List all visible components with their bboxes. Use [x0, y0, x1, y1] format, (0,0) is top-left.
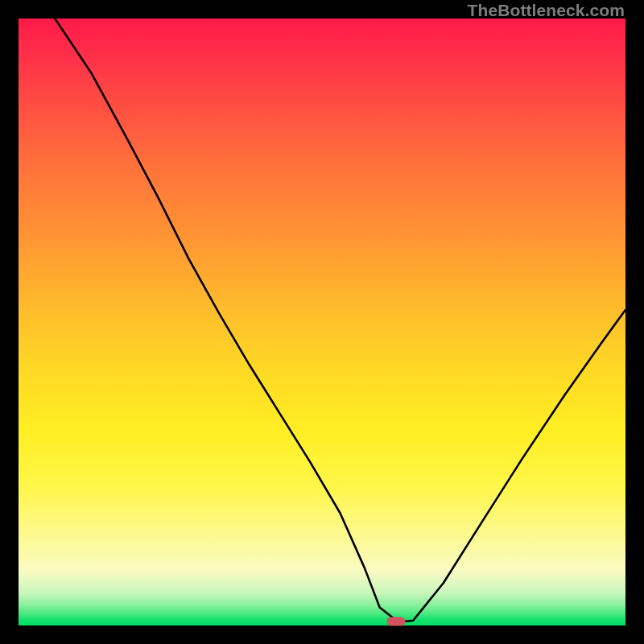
optimal-marker [386, 617, 405, 626]
chart-frame: TheBottleneck.com [0, 0, 644, 644]
watermark-text: TheBottleneck.com [468, 1, 625, 20]
bottleneck-curve [19, 19, 625, 625]
plot-area [19, 19, 625, 625]
